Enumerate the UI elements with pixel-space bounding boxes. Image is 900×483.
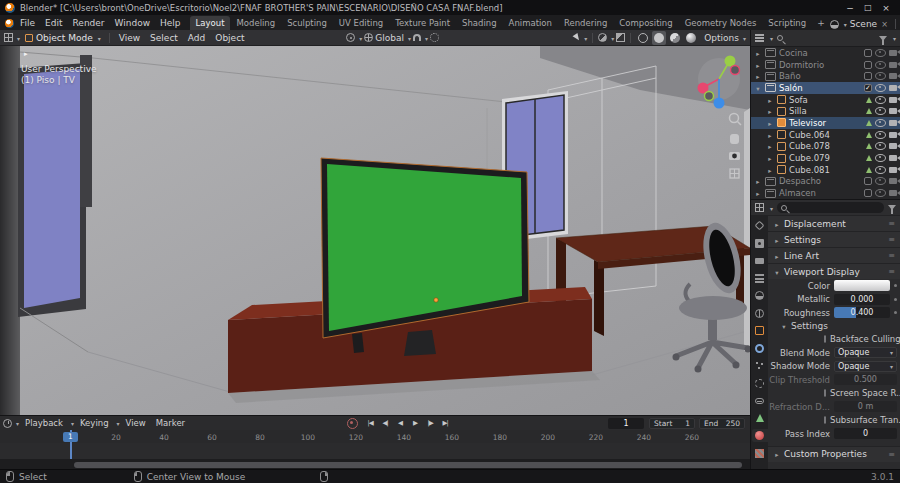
- hide-eye-icon[interactable]: [875, 177, 886, 185]
- tab-modeling[interactable]: Modeling: [230, 16, 281, 30]
- editor-type-icon[interactable]: [4, 33, 13, 42]
- outliner-row-silla[interactable]: Silla: [751, 105, 900, 117]
- hide-eye-icon[interactable]: [875, 84, 886, 92]
- close-icon[interactable]: [877, 1, 895, 15]
- shadow-mode-dropdown[interactable]: Opaque: [834, 361, 897, 372]
- properties-search[interactable]: [777, 202, 884, 213]
- exclude-checkbox[interactable]: [864, 61, 872, 69]
- tab-modifiers[interactable]: [752, 342, 768, 355]
- play-reverse-button[interactable]: ◀: [394, 418, 407, 429]
- render-camera-icon[interactable]: [889, 97, 897, 103]
- render-camera-icon[interactable]: [889, 143, 897, 149]
- prev-keyframe-button[interactable]: ◀|: [379, 418, 392, 429]
- frame-start-field[interactable]: Start 1: [649, 418, 695, 429]
- panel-menu-icon[interactable]: [888, 450, 895, 459]
- outliner-row-despacho[interactable]: Despacho: [751, 176, 900, 188]
- disclosure-icon[interactable]: [773, 251, 781, 261]
- hide-eye-icon[interactable]: [875, 96, 886, 104]
- pass-index-field[interactable]: 0: [834, 428, 897, 439]
- shading-wireframe-button[interactable]: [636, 31, 650, 45]
- disclosure-icon[interactable]: [754, 71, 762, 81]
- properties-editor-dropdown[interactable]: [768, 203, 773, 213]
- tab-render[interactable]: [752, 237, 768, 250]
- outliner-row-cube079[interactable]: Cube.079: [751, 152, 900, 164]
- add-workspace-button[interactable]: +: [812, 16, 830, 30]
- panel-menu-icon[interactable]: [888, 219, 895, 228]
- hide-eye-icon[interactable]: [875, 107, 886, 115]
- animate-dot-icon[interactable]: [894, 284, 897, 287]
- render-camera-icon[interactable]: [889, 50, 897, 56]
- hide-eye-icon[interactable]: [875, 142, 886, 150]
- menu-object[interactable]: Object: [211, 33, 248, 43]
- tab-object-data[interactable]: [752, 412, 768, 425]
- left-window-glass[interactable]: [24, 69, 80, 308]
- orientation-dropdown[interactable]: [406, 33, 411, 43]
- tab-layout[interactable]: Layout: [190, 16, 231, 30]
- menu-help[interactable]: Help: [155, 17, 186, 30]
- menu-view[interactable]: View: [115, 33, 144, 43]
- outliner-row-cocina[interactable]: Cocina: [751, 47, 900, 59]
- hide-eye-icon[interactable]: [875, 166, 886, 174]
- tab-scripting[interactable]: Scripting: [762, 16, 812, 30]
- exclude-checkbox[interactable]: [864, 177, 872, 185]
- render-camera-icon[interactable]: [889, 62, 897, 68]
- editor-type-dropdown[interactable]: [15, 33, 20, 43]
- tab-compositing[interactable]: Compositing: [613, 16, 678, 30]
- tab-shading[interactable]: Shading: [456, 16, 503, 30]
- outliner-row-televisor[interactable]: Televisor: [751, 117, 900, 129]
- timeline-editor-icon[interactable]: [3, 419, 12, 428]
- outliner-row-bano[interactable]: Baño: [751, 70, 900, 82]
- render-camera-icon[interactable]: [889, 120, 897, 126]
- animate-dot-icon[interactable]: [894, 311, 897, 314]
- disclosure-icon[interactable]: [766, 130, 774, 140]
- view-object-types-dropdown[interactable]: [582, 33, 587, 43]
- outliner-row-almacen[interactable]: Almacen: [751, 187, 900, 199]
- panel-menu-icon[interactable]: [888, 267, 895, 276]
- maximize-icon[interactable]: [859, 1, 877, 15]
- tab-animation[interactable]: Animation: [503, 16, 558, 30]
- shading-rendered-button[interactable]: [684, 31, 698, 45]
- tab-sculpting[interactable]: Sculpting: [281, 16, 333, 30]
- scene-browse-dropdown[interactable]: [842, 19, 847, 29]
- play-button[interactable]: ▶: [409, 418, 422, 429]
- tab-output[interactable]: [752, 254, 768, 267]
- disclosure-icon[interactable]: [773, 267, 781, 277]
- hide-eye-icon[interactable]: [875, 119, 886, 127]
- disclosure-icon[interactable]: [754, 48, 762, 58]
- disclosure-icon[interactable]: [766, 153, 774, 163]
- render-camera-icon[interactable]: [889, 85, 897, 91]
- tab-view-layer[interactable]: [752, 272, 768, 285]
- disclosure-icon[interactable]: [773, 235, 781, 245]
- animate-dot-icon[interactable]: [894, 298, 897, 301]
- tab-scene[interactable]: [752, 289, 768, 302]
- timeline-scrollbar-thumb[interactable]: [74, 462, 742, 468]
- render-camera-icon[interactable]: [889, 167, 897, 173]
- properties-search-input[interactable]: [790, 203, 880, 212]
- disclosure-icon[interactable]: [754, 60, 762, 70]
- shading-material-button[interactable]: [668, 31, 682, 45]
- menu-render[interactable]: Render: [68, 17, 110, 30]
- menu-add[interactable]: Add: [184, 33, 209, 43]
- hide-eye-icon[interactable]: [875, 61, 886, 69]
- disclosure-icon[interactable]: [766, 95, 774, 105]
- tab-texture-paint[interactable]: Texture Paint: [389, 16, 456, 30]
- scene-unlink-icon[interactable]: [880, 20, 889, 29]
- disclosure-icon[interactable]: [754, 176, 762, 186]
- menu-window[interactable]: Window: [110, 17, 156, 30]
- panel-menu-icon[interactable]: [888, 251, 895, 260]
- timeline-ruler[interactable]: 0 20 40 60 80 100 120 140 160 180 200 22…: [0, 430, 750, 444]
- toolbar-expand-arrow[interactable]: [24, 50, 28, 58]
- blend-mode-dropdown[interactable]: Opaque: [834, 347, 897, 358]
- render-camera-icon[interactable]: [889, 190, 897, 196]
- tab-world[interactable]: [752, 307, 768, 320]
- outliner-row-dormitorio[interactable]: Dormitorio: [751, 59, 900, 71]
- render-camera-icon[interactable]: [889, 178, 897, 184]
- hide-eye-icon[interactable]: [875, 131, 886, 139]
- scene-name[interactable]: Scene: [850, 19, 877, 29]
- outliner-row-sofa[interactable]: Sofa: [751, 94, 900, 106]
- outliner-row-cube064[interactable]: Cube.064: [751, 129, 900, 141]
- tab-tool[interactable]: [752, 219, 768, 232]
- disclosure-icon[interactable]: [766, 106, 774, 116]
- tab-constraints[interactable]: [752, 394, 768, 407]
- proportional-editing-icon[interactable]: [430, 33, 439, 42]
